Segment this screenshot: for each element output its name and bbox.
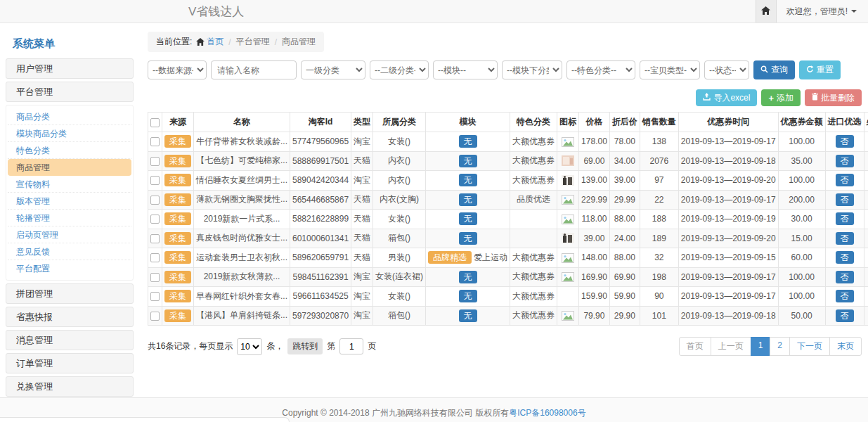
cell-source: 采集 xyxy=(162,229,194,248)
sidebar-item-platform-config[interactable]: 平台配置 xyxy=(8,260,131,277)
reset-button[interactable]: 重置 xyxy=(799,60,841,79)
sidebar-item-goods-category[interactable]: 商品分类 xyxy=(8,108,131,125)
cell-icon xyxy=(557,132,579,152)
row-checkbox[interactable] xyxy=(150,215,160,224)
level2-category-select[interactable]: --二级分类-- xyxy=(370,60,429,79)
sidebar-item-goods-management[interactable]: 商品管理 xyxy=(8,159,131,176)
import-opt-toggle[interactable]: 否 xyxy=(836,290,854,302)
cell-feature: 大额优惠券 xyxy=(510,267,557,287)
sidebar-group-message-management[interactable]: 消息管理 xyxy=(6,330,134,350)
import-opt-toggle[interactable]: 否 xyxy=(836,174,854,186)
module-badge: 无 xyxy=(459,135,477,148)
sidebar-item-module-goods-category[interactable]: 模块商品分类 xyxy=(8,125,131,142)
import-opt-toggle[interactable]: 否 xyxy=(836,309,854,322)
cell-type: 淘宝 xyxy=(351,267,373,287)
row-checkbox[interactable] xyxy=(150,312,160,321)
cell-icon xyxy=(557,190,579,210)
per-page-select[interactable]: 10 xyxy=(237,338,262,355)
cell-discount: 29.90 xyxy=(609,306,640,326)
page-button-page-1[interactable]: 1 xyxy=(751,337,771,356)
sidebar-group-order-management[interactable]: 订单管理 xyxy=(6,353,134,373)
add-button[interactable]: + 添加 xyxy=(761,89,801,106)
import-opt-toggle[interactable]: 否 xyxy=(836,212,854,225)
sidebar-group-user-management[interactable]: 用户管理 xyxy=(6,58,134,79)
cell-discount: 59.90 xyxy=(609,287,640,307)
row-checkbox[interactable] xyxy=(150,234,160,243)
row-checkbox[interactable] xyxy=(150,176,160,185)
page-button-last[interactable]: 末页 xyxy=(829,337,862,356)
status-select[interactable]: --状态-- xyxy=(704,60,749,79)
search-button[interactable]: 查询 xyxy=(753,60,795,79)
import-opt-toggle[interactable]: 否 xyxy=(836,193,854,206)
cell-module: 无 xyxy=(426,132,510,152)
product-image xyxy=(562,311,574,321)
cell-discount: 88.00 xyxy=(609,210,640,229)
import-opt-toggle[interactable]: 否 xyxy=(836,251,854,264)
pagination: 共16条记录，每页显示 10 条， 跳转到 第 页 首页上一页12下一页末页 xyxy=(148,337,862,356)
feature-category-select[interactable]: --特色分类-- xyxy=(566,60,635,79)
import-opt-toggle[interactable]: 否 xyxy=(836,135,854,148)
cell-type: 天猫 xyxy=(351,248,373,268)
jump-button[interactable]: 跳转到 xyxy=(287,338,323,354)
row-checkbox[interactable] xyxy=(150,292,160,301)
row-checkbox[interactable] xyxy=(150,196,160,205)
page-button-page-2[interactable]: 2 xyxy=(770,337,790,356)
sidebar-group-saving-news[interactable]: 省惠快报 xyxy=(6,307,134,327)
page-button-prev[interactable]: 上一页 xyxy=(711,337,751,356)
cell-feature: 品质优选 xyxy=(510,190,557,210)
sidebar-item-feedback[interactable]: 意见反馈 xyxy=(8,243,131,260)
data-source-select[interactable]: --数据来源-- xyxy=(148,60,207,79)
cell-name: 2019新款女秋薄款... xyxy=(194,267,290,287)
row-checkbox[interactable] xyxy=(150,157,160,166)
cell-price: 178.00 xyxy=(579,132,610,152)
sidebar-item-carousel-management[interactable]: 轮播管理 xyxy=(8,210,131,226)
import-excel-button[interactable]: 导入excel xyxy=(696,89,757,106)
sidebar-group-groupbuy-management[interactable]: 拼团管理 xyxy=(6,283,134,304)
cell-discount: 39.00 xyxy=(609,171,640,191)
sidebar-group-platform-management[interactable]: 平台管理 xyxy=(6,82,134,102)
item-type-select[interactable]: --宝贝类型-- xyxy=(640,60,700,79)
cell-category: 女装() xyxy=(373,287,426,307)
cell-sales: 188 xyxy=(640,210,678,229)
page-button-first[interactable]: 首页 xyxy=(679,337,711,356)
cell-tkid: 565446685867 xyxy=(290,190,351,210)
col-coupon-time: 优惠券时间 xyxy=(678,113,778,132)
cell-type: 天猫 xyxy=(351,151,373,171)
batch-delete-button[interactable]: 批量删除 xyxy=(805,89,862,106)
import-opt-toggle[interactable]: 否 xyxy=(836,155,854,167)
sidebar-item-feature-category[interactable]: 特色分类 xyxy=(8,142,131,159)
row-checkbox[interactable] xyxy=(150,137,160,146)
cell-sales: 138 xyxy=(640,132,678,152)
product-image xyxy=(562,233,574,243)
cell-module: 品牌精选爱上运动 xyxy=(426,248,510,268)
cell-feature: 大额优惠券 xyxy=(510,151,557,171)
cell-coupon-amount: 30.00 xyxy=(778,210,825,229)
icp-link[interactable]: 粤ICP备16098006号 xyxy=(509,408,585,418)
jump-page-input[interactable] xyxy=(339,338,363,354)
pager-buttons: 首页上一页12下一页末页 xyxy=(679,337,862,356)
page-button-next[interactable]: 下一页 xyxy=(789,337,830,356)
cell-tkid: 597293020870 xyxy=(290,306,351,326)
cell-must-buy: 否 xyxy=(864,267,868,287)
import-opt-toggle[interactable]: 否 xyxy=(836,271,854,283)
col-category: 所属分类 xyxy=(373,113,426,132)
row-checkbox[interactable] xyxy=(150,273,160,282)
module-subcategory-select[interactable]: --模块下分类-- xyxy=(502,60,562,79)
module-select[interactable]: --模块-- xyxy=(433,60,498,79)
import-opt-toggle[interactable]: 否 xyxy=(836,232,854,245)
breadcrumb-home-link[interactable]: 首页 xyxy=(207,36,224,48)
cell-source: 采集 xyxy=(162,190,194,210)
cell-module: 无 xyxy=(426,210,510,229)
sidebar-item-version-management[interactable]: 版本管理 xyxy=(8,193,131,210)
product-image xyxy=(562,195,574,205)
sidebar-group-exchange-management[interactable]: 兑换管理 xyxy=(6,376,134,397)
home-button[interactable] xyxy=(756,0,777,23)
user-menu[interactable]: 欢迎您，管理员! xyxy=(777,6,868,18)
row-checkbox[interactable] xyxy=(150,253,160,262)
select-all-checkbox[interactable] xyxy=(150,118,160,127)
sidebar-item-splash-management[interactable]: 启动页管理 xyxy=(8,226,131,243)
level1-category-select[interactable]: 一级分类 xyxy=(301,60,365,79)
sidebar-item-promo-materials[interactable]: 宣传物料 xyxy=(8,176,131,193)
cell-must-buy: 否 xyxy=(864,248,868,268)
goods-name-input[interactable] xyxy=(211,60,297,79)
